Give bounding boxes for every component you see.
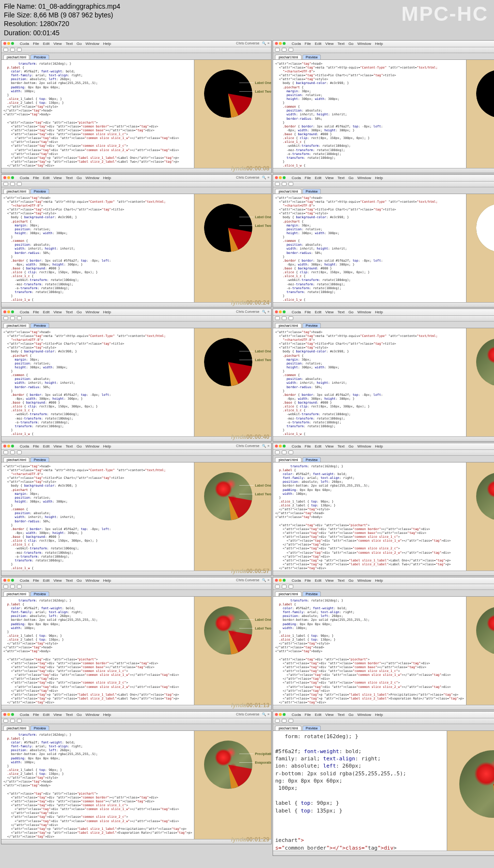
code-editor[interactable]: <"attr">class="tag">head> <"attr">class=… [1,462,194,571]
menu-item[interactable]: Edit [43,310,50,314]
menu-item[interactable]: Help [375,444,383,448]
menu-item[interactable]: View [54,578,62,583]
toolbar-button[interactable] [17,719,22,723]
menu-item[interactable]: Text [337,42,344,46]
menu-item[interactable]: File [305,42,311,46]
tab-file[interactable]: piechart.html [3,189,29,194]
toolbar-button[interactable] [288,316,293,320]
menu-item[interactable]: View [325,42,333,46]
menu-item[interactable]: Window [357,42,371,46]
toolbar-button[interactable] [10,450,15,454]
tab-file[interactable]: piechart.html [275,55,301,59]
menu-item[interactable]: View [325,310,333,314]
code-editor[interactable]: <"attr">class="tag">head> <"attr">class=… [1,328,194,436]
menu-item[interactable]: Edit [43,713,50,717]
toolbar-button[interactable] [288,585,293,588]
tab-file[interactable]: piechart.html [275,189,301,194]
tab-file[interactable]: piechart.html [275,457,301,462]
tab-preview[interactable]: Preview [302,55,321,59]
menu-item[interactable]: Edit [315,310,321,314]
menu-item[interactable]: View [325,713,333,717]
toolbar-button[interactable] [282,316,287,320]
menu-item[interactable]: Text [66,42,73,46]
toolbar-button[interactable] [17,48,22,52]
menu-item[interactable]: Edit [43,176,50,180]
tab-preview[interactable]: Preview [302,323,321,328]
menu-item[interactable]: Window [85,713,99,717]
toolbar-button[interactable] [10,48,15,52]
menu-item[interactable]: Coda [20,713,29,717]
menu-item[interactable]: View [54,713,62,717]
menu-item[interactable]: View [54,176,62,180]
menu-item[interactable]: Help [375,310,383,314]
menu-item[interactable]: Help [103,310,111,314]
tab-preview[interactable]: Preview [30,55,49,59]
tab-preview[interactable]: Preview [302,726,321,730]
toolbar-button[interactable] [288,719,293,723]
tab-preview[interactable]: Preview [302,457,321,462]
tab-file[interactable]: piechart.html [3,726,29,730]
toolbar-button[interactable] [282,585,287,588]
menu-item[interactable]: Coda [291,578,301,583]
toolbar-button[interactable] [10,719,15,723]
menu-item[interactable]: Window [85,578,99,583]
toolbar-button[interactable] [3,450,8,454]
toolbar-button[interactable] [275,585,280,588]
menu-item[interactable]: Coda [291,713,301,717]
menu-item[interactable]: Text [66,444,73,448]
tab-preview[interactable]: Preview [302,189,321,194]
menu-item[interactable]: Text [337,176,344,180]
menu-item[interactable]: Help [375,42,383,46]
menu-item[interactable]: Window [85,310,99,314]
menu-item[interactable]: File [305,578,311,583]
menu-item[interactable]: Edit [315,578,321,583]
toolbar-button[interactable] [275,182,280,186]
menu-item[interactable]: Window [357,310,371,314]
menu-item[interactable]: Go [77,176,82,180]
menu-item[interactable]: Text [337,444,344,448]
toolbar-button[interactable] [3,182,8,186]
tab-file[interactable]: piechart.html [3,591,29,596]
menu-item[interactable]: Help [103,578,111,583]
menu-item[interactable]: File [305,713,311,717]
menu-item[interactable]: File [305,176,311,180]
menu-item[interactable]: Edit [315,176,321,180]
menu-item[interactable]: View [54,444,62,448]
code-editor[interactable]: <"attr">class="tag">head> <"attr">class=… [273,60,466,168]
toolbar-button[interactable] [3,585,8,588]
menu-item[interactable]: Go [348,578,354,583]
menu-item[interactable]: View [325,176,333,180]
tab-file[interactable]: piechart.html [3,323,29,328]
menu-item[interactable]: View [325,578,333,583]
menu-item[interactable]: Go [77,310,82,314]
menu-item[interactable]: File [33,578,39,583]
tab-file[interactable]: piechart.html [275,591,301,596]
menu-item[interactable]: Coda [20,42,29,46]
toolbar-button[interactable] [282,450,287,454]
menu-item[interactable]: Edit [43,578,50,583]
menu-item[interactable]: Help [103,42,111,46]
menu-item[interactable]: Edit [43,444,50,448]
menu-item[interactable]: Text [66,176,73,180]
menu-item[interactable]: Help [375,176,383,180]
toolbar-button[interactable] [3,316,8,320]
code-editor[interactable]: transform: rotate(162deg); } p.label { c… [273,597,466,705]
toolbar-button[interactable] [10,585,15,588]
menu-item[interactable]: File [33,176,39,180]
menu-item[interactable]: Go [348,176,354,180]
menu-item[interactable]: Help [375,713,383,717]
toolbar-button[interactable] [288,48,293,52]
toolbar-button[interactable] [282,182,287,186]
menu-item[interactable]: Window [85,444,99,448]
toolbar-button[interactable] [275,450,280,454]
toolbar-button[interactable] [3,48,8,52]
tab-file[interactable]: piechart.html [275,323,301,328]
code-editor[interactable]: transform: rotate(162deg); } p.label { c… [1,731,194,839]
menu-item[interactable]: Text [337,713,344,717]
code-editor[interactable]: <"attr">class="tag">head> <"attr">class=… [273,194,466,302]
menu-item[interactable]: Coda [291,444,301,448]
toolbar-button[interactable] [3,719,8,723]
code-editor[interactable]: transform: rotate(162deg); } p.label { c… [1,60,194,168]
toolbar-button[interactable] [17,182,22,186]
toolbar-button[interactable] [275,719,280,723]
